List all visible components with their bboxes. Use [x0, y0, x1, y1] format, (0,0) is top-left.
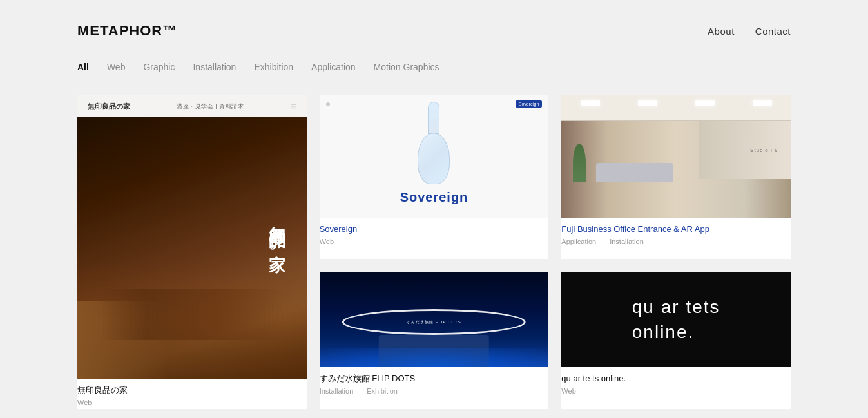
quartets-text: qu ar te ts online.: [619, 281, 733, 357]
aquarium-title: すみだ水族館 FLIP DOTS: [320, 374, 549, 385]
fuji-tags: Application Installation: [561, 238, 791, 245]
site-header: METAPHOR™ About Contact: [0, 0, 868, 62]
nav-contact[interactable]: Contact: [755, 26, 791, 37]
office-signage: Studio ila: [750, 147, 778, 153]
quartets-thumbnail: qu ar te ts online.: [561, 272, 791, 367]
office-sofa: [596, 163, 673, 182]
muji-header-bar: 無印良品の家 講座・見学会 | 資料請求 ≡: [77, 95, 307, 117]
office-thumbnail: Studio ila: [561, 95, 791, 218]
sovereign-product-name: Sovereign: [320, 190, 549, 205]
sovereign-badge: Sovereign: [516, 100, 543, 108]
muji-nav: 講座・見学会 | 資料請求: [177, 102, 244, 111]
filter-all[interactable]: All: [77, 62, 89, 75]
muji-menu-icon: ≡: [290, 100, 296, 112]
muji-furniture: [77, 289, 307, 340]
logo[interactable]: METAPHOR™: [77, 23, 177, 39]
portfolio-grid: 無印良品の家 講座・見学会 | 資料請求 ≡ 無印良品の家。 無印良品の家 We…: [0, 95, 868, 418]
muji-body-text: 無印良品の家。: [267, 213, 287, 262]
quartets-line2: online.: [632, 319, 720, 345]
aquarium-tag-installation: Installation: [320, 387, 354, 395]
sovereign-meta: Sovereign Web: [320, 218, 549, 248]
sovereign-thumbnail: Sovereign Sovereign: [320, 95, 549, 218]
aquarium-ring-text: すみだ水族館 FLIP DOTS: [407, 319, 461, 325]
quartets-tags: Web: [561, 387, 791, 395]
portfolio-item-aquarium[interactable]: すみだ水族館 FLIP DOTS すみだ水族館 FLIP DOTS Instal…: [320, 272, 549, 408]
office-lights: [561, 100, 791, 106]
quartets-line1: qu ar te ts: [632, 294, 720, 319]
muji-thumbnail: 無印良品の家 講座・見学会 | 資料請求 ≡ 無印良品の家。: [77, 95, 307, 379]
office-light-4: [753, 100, 772, 106]
quartets-meta: qu ar te ts online. Web: [561, 367, 791, 397]
fuji-title: Fuji Business Office Entrance & AR App: [561, 224, 791, 235]
filter-application[interactable]: Application: [311, 62, 356, 75]
muji-tag-web: Web: [77, 399, 92, 406]
office-light-2: [638, 100, 657, 106]
bottle-body: [418, 133, 450, 184]
filter-bar: All Web Graphic Installation Exhibition …: [0, 62, 868, 75]
sovereign-dot: [326, 102, 330, 106]
office-wall-right: Studio ila: [699, 121, 791, 179]
bottle-neck: [428, 102, 439, 134]
nav-about[interactable]: About: [708, 26, 735, 37]
muji-meta: 無印良品の家 Web: [77, 379, 307, 409]
portfolio-item-fuji[interactable]: Studio ila Fuji Business Office Entrance…: [561, 95, 791, 259]
fuji-tag-installation: Installation: [610, 238, 644, 245]
aquarium-tags: Installation Exhibition: [320, 387, 549, 395]
sovereign-tag-web: Web: [320, 238, 334, 245]
sovereign-ui: Sovereign Sovereign: [320, 95, 549, 218]
office-ceiling: [561, 95, 791, 121]
aquarium-thumbnail: すみだ水族館 FLIP DOTS: [320, 272, 549, 367]
aquarium-ring: すみだ水族館 FLIP DOTS: [342, 309, 526, 335]
fuji-tag-application: Application: [561, 238, 596, 245]
muji-title: 無印良品の家: [77, 385, 307, 396]
office-light-1: [581, 100, 600, 106]
filter-web[interactable]: Web: [107, 62, 126, 75]
filter-motion-graphics[interactable]: Motion Graphics: [374, 62, 439, 75]
sovereign-title: Sovereign: [320, 224, 549, 235]
quartets-tag-web: Web: [561, 387, 575, 395]
main-nav: About Contact: [708, 26, 791, 37]
office-plant: [573, 144, 586, 182]
sovereign-tags: Web: [320, 238, 549, 245]
quartets-title: qu ar te ts online.: [561, 374, 791, 385]
office-light-3: [695, 100, 715, 106]
filter-graphic[interactable]: Graphic: [143, 62, 175, 75]
sovereign-bottle: [418, 102, 450, 184]
office-floor: [561, 179, 791, 218]
aquarium-glow: [320, 348, 549, 367]
filter-installation[interactable]: Installation: [193, 62, 236, 75]
aquarium-meta: すみだ水族館 FLIP DOTS Installation Exhibition: [320, 367, 549, 397]
fuji-tag-divider: [603, 238, 603, 244]
aquarium-tag-exhibition: Exhibition: [367, 387, 398, 395]
filter-exhibition[interactable]: Exhibition: [254, 62, 293, 75]
muji-tags: Web: [77, 399, 307, 406]
portfolio-item-quartets[interactable]: qu ar te ts online. qu ar te ts online. …: [561, 272, 791, 408]
aquarium-tag-divider: [360, 387, 360, 394]
portfolio-item-muji[interactable]: 無印良品の家 講座・見学会 | 資料請求 ≡ 無印良品の家。 無印良品の家 We…: [77, 95, 307, 409]
fuji-meta: Fuji Business Office Entrance & AR App A…: [561, 218, 791, 248]
portfolio-item-sovereign[interactable]: Sovereign Sovereign Sovereign Web: [320, 95, 549, 259]
muji-brand: 無印良品の家: [88, 102, 130, 111]
